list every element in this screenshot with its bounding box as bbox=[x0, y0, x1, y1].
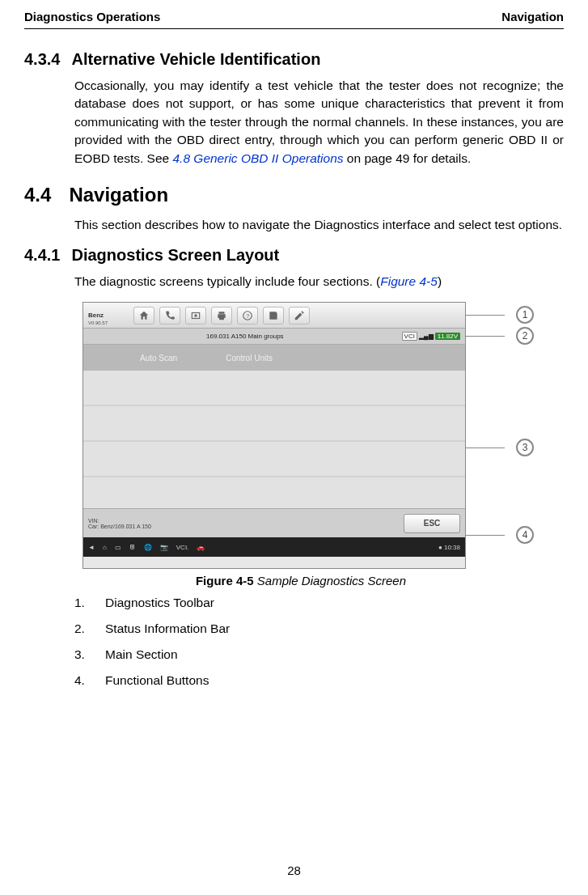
shield-icon[interactable]: ⛨ bbox=[129, 544, 136, 551]
page-header: Diagnostics Operations Navigation bbox=[24, 0, 564, 29]
paragraph-4-4-1: The diagnostic screens typically include… bbox=[74, 273, 564, 291]
help-icon[interactable]: ? bbox=[237, 307, 258, 324]
brand-version: V0.90.57 bbox=[88, 320, 108, 325]
callout-lead-2 bbox=[466, 336, 505, 337]
figure-ref-link[interactable]: Figure 4-5 bbox=[380, 274, 438, 288]
list-text: Functional Buttons bbox=[105, 673, 209, 688]
phone-icon[interactable] bbox=[159, 307, 180, 324]
list-item: 4. Functional Buttons bbox=[74, 673, 564, 688]
heading-number: 4.4.1 bbox=[24, 246, 60, 265]
svg-point-1 bbox=[194, 314, 197, 317]
heading-number: 4.3.4 bbox=[24, 50, 60, 69]
list-text: Diagnostics Toolbar bbox=[105, 596, 214, 610]
status-information-bar: 169.031 A150 Main groups VCI ▂▄▆ 11.82V bbox=[83, 329, 465, 345]
list-item: 2. Status Information Bar bbox=[74, 621, 564, 636]
car-label: Car: Benz/169.031 A 150 bbox=[88, 524, 151, 529]
car-icon[interactable]: 🚗 bbox=[197, 544, 205, 551]
esc-button[interactable]: ESC bbox=[404, 514, 460, 533]
main-tabs: Auto Scan Control Units bbox=[83, 345, 465, 371]
brand-name: Benz bbox=[88, 312, 104, 319]
list-number: 2. bbox=[74, 621, 89, 636]
system-nav-bar: ◄ ⌂ ▭ ⛨ 🌐 📷 VCI. 🚗 ● 10:38 bbox=[83, 537, 465, 557]
figure-4-5: Benz V0.90.57 ? 169.031 A150 Main groups… bbox=[74, 302, 527, 587]
list-number: 1. bbox=[74, 596, 89, 610]
heading-title: Diagnostics Screen Layout bbox=[71, 246, 279, 265]
paragraph-4-3-4: Occasionally, you may identify a test ve… bbox=[74, 77, 564, 168]
vin-label: VIN: bbox=[88, 518, 151, 524]
diagnostics-toolbar: Benz V0.90.57 ? bbox=[83, 303, 465, 329]
heading-number: 4.4 bbox=[24, 184, 51, 206]
functional-buttons-bar: VIN: Car: Benz/169.031 A 150 ESC bbox=[83, 508, 465, 537]
svg-text:?: ? bbox=[246, 312, 249, 320]
para-text-a: The diagnostic screens typically include… bbox=[74, 274, 380, 288]
back-icon[interactable]: ◄ bbox=[88, 544, 95, 551]
main-section bbox=[83, 371, 465, 508]
vci-sys-icon[interactable]: VCI. bbox=[176, 544, 189, 551]
list-number: 4. bbox=[74, 673, 89, 688]
vci-status: VCI ▂▄▆ 11.82V bbox=[402, 332, 460, 341]
paragraph-4-4: This section describes how to navigate t… bbox=[74, 216, 564, 234]
heading-4-4-1: 4.4.1 Diagnostics Screen Layout bbox=[24, 246, 564, 265]
callout-3: 3 bbox=[516, 439, 534, 456]
para-text-b: on page 49 for details. bbox=[344, 151, 472, 165]
callout-2: 2 bbox=[516, 327, 534, 345]
page-number: 28 bbox=[0, 863, 588, 877]
callout-lead-4 bbox=[466, 535, 505, 536]
heading-4-3-4: 4.3.4 Alternative Vehicle Identification bbox=[24, 50, 564, 69]
recent-icon[interactable]: ▭ bbox=[115, 544, 121, 551]
header-left: Diagnostics Operations bbox=[24, 10, 160, 23]
figure-caption: Figure 4-5 Sample Diagnostics Screen bbox=[74, 574, 527, 587]
vci-label: VCI bbox=[402, 332, 417, 341]
list-text: Main Section bbox=[105, 647, 178, 662]
list-number: 3. bbox=[74, 647, 89, 662]
list-item: 3. Main Section bbox=[74, 647, 564, 662]
list-item: 1. Diagnostics Toolbar bbox=[74, 596, 564, 610]
status-title: 169.031 A150 Main groups bbox=[206, 333, 284, 340]
callout-lead-3 bbox=[466, 448, 505, 448]
caption-title: Sample Diagnostics Screen bbox=[254, 574, 406, 587]
clock: ● 10:38 bbox=[438, 544, 460, 551]
list-text: Status Information Bar bbox=[105, 621, 230, 636]
callout-4: 4 bbox=[516, 526, 534, 544]
edit-icon[interactable] bbox=[289, 307, 310, 324]
tab-control-units[interactable]: Control Units bbox=[226, 354, 273, 363]
cross-ref-link[interactable]: 4.8 Generic OBD II Operations bbox=[172, 151, 343, 165]
camera-icon[interactable]: 📷 bbox=[160, 544, 168, 551]
print-icon[interactable] bbox=[211, 307, 232, 324]
callout-1: 1 bbox=[516, 306, 534, 324]
caption-label: Figure 4-5 bbox=[196, 574, 254, 587]
heading-title: Navigation bbox=[69, 184, 168, 206]
save-icon[interactable] bbox=[263, 307, 284, 324]
vehicle-info: VIN: Car: Benz/169.031 A 150 bbox=[88, 518, 151, 529]
callout-lead-1 bbox=[466, 315, 505, 316]
header-right: Navigation bbox=[501, 10, 564, 23]
system-icons-left: ◄ ⌂ ▭ ⛨ 🌐 📷 VCI. 🚗 bbox=[88, 544, 205, 551]
voltage-badge: 11.82V bbox=[435, 333, 460, 340]
para-text-b: ) bbox=[438, 274, 442, 288]
nav-home-icon[interactable]: ⌂ bbox=[103, 544, 107, 551]
brand-block: Benz V0.90.57 bbox=[88, 306, 108, 325]
numbered-list: 1. Diagnostics Toolbar 2. Status Informa… bbox=[74, 596, 564, 688]
screenshot-icon[interactable] bbox=[185, 307, 206, 324]
heading-title: Alternative Vehicle Identification bbox=[71, 50, 320, 69]
heading-4-4: 4.4 Navigation bbox=[24, 184, 564, 206]
globe-icon[interactable]: 🌐 bbox=[144, 544, 152, 551]
tab-auto-scan[interactable]: Auto Scan bbox=[140, 354, 177, 363]
screenshot-container: Benz V0.90.57 ? 169.031 A150 Main groups… bbox=[82, 302, 466, 569]
home-icon[interactable] bbox=[133, 307, 154, 324]
signal-icon: ▂▄▆ bbox=[419, 333, 434, 340]
